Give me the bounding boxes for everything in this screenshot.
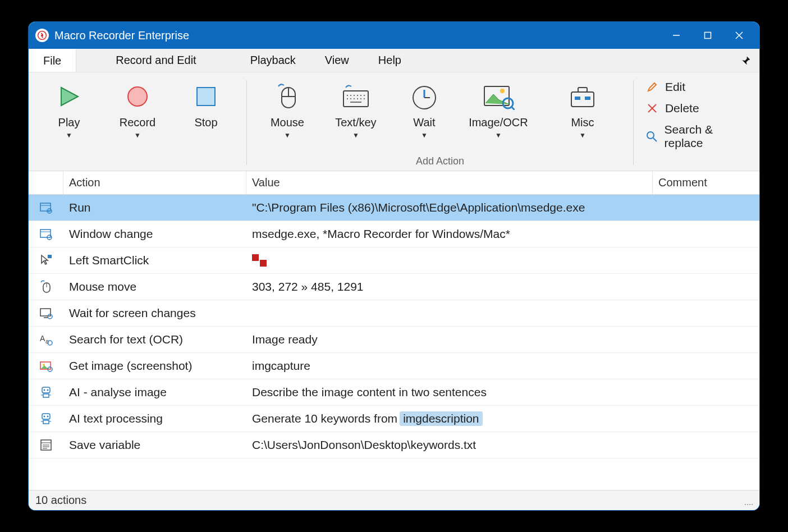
pin-icon[interactable] — [732, 55, 759, 66]
table-row[interactable]: Save variableC:\Users\JonDonson\Desktop\… — [29, 432, 759, 458]
target-thumbnail-icon — [252, 254, 267, 267]
row-value: C:\Users\JonDonson\Desktop\keywords.txt — [246, 438, 653, 452]
table-row[interactable]: Window changemsedge.exe, *Macro Recorder… — [29, 221, 759, 247]
row-action: AI - analyse image — [63, 386, 246, 399]
menu-file[interactable]: File — [29, 49, 76, 72]
search-icon — [646, 130, 658, 143]
row-value: "C:\Program Files (x86)\Microsoft\Edge\A… — [246, 201, 653, 214]
minimize-button[interactable] — [661, 24, 692, 47]
app-icon — [35, 29, 49, 42]
menu-help[interactable]: Help — [364, 49, 416, 72]
table-row[interactable]: AI text processingGenerate 10 keywords f… — [29, 406, 759, 432]
ribbon: Play ▼ Record ▼ Stop Mou — [29, 72, 759, 171]
row-icon — [29, 385, 63, 400]
row-value — [246, 254, 653, 267]
menu-record-edit[interactable]: Record and Edit — [76, 49, 235, 72]
imageocr-button[interactable]: Image/OCR ▼ — [464, 79, 533, 139]
row-action: Window change — [63, 227, 246, 241]
svg-rect-40 — [40, 203, 51, 211]
textkey-button[interactable]: Text/key ▼ — [327, 79, 385, 139]
svg-rect-47 — [48, 255, 52, 258]
row-action: Search for text (OCR) — [63, 333, 246, 346]
svg-rect-67 — [42, 414, 50, 419]
row-action: Save variable — [63, 438, 246, 452]
row-icon — [29, 411, 63, 426]
svg-rect-7 — [197, 88, 215, 106]
table-row[interactable]: AI - analyse imageDescribe the image con… — [29, 379, 759, 406]
svg-rect-49 — [260, 260, 267, 267]
row-action: Wait for screen changes — [63, 306, 246, 320]
row-action: AI text processing — [63, 412, 246, 425]
row-icon — [29, 200, 63, 215]
close-button[interactable] — [723, 24, 755, 47]
table-header: Action Value Comment — [29, 171, 759, 195]
svg-point-68 — [44, 416, 45, 418]
svg-point-63 — [47, 389, 49, 391]
play-button[interactable]: Play ▼ — [40, 79, 98, 139]
col-value[interactable]: Value — [246, 171, 653, 194]
mouse-button[interactable]: Mouse ▼ — [258, 79, 317, 139]
edit-group: Edit Delete Search & replace — [638, 76, 755, 169]
svg-point-38 — [647, 132, 654, 139]
svg-rect-48 — [252, 254, 259, 261]
record-button[interactable]: Record ▼ — [108, 79, 167, 139]
table-row[interactable]: Wait for screen changes — [29, 300, 759, 327]
pencil-icon — [646, 81, 658, 93]
col-comment[interactable]: Comment — [653, 171, 759, 194]
svg-rect-2 — [705, 33, 711, 39]
title-bar: Macro Recorder Enterprise — [29, 22, 759, 49]
wait-button[interactable]: Wait ▼ — [395, 79, 453, 139]
col-icon[interactable] — [29, 171, 63, 194]
svg-marker-5 — [61, 88, 78, 106]
row-value: Describe the image content in two senten… — [246, 386, 653, 399]
maximize-button[interactable] — [692, 24, 723, 47]
row-action: Left SmartClick — [63, 254, 246, 267]
table-row[interactable]: Left SmartClick — [29, 247, 759, 274]
svg-point-62 — [44, 389, 45, 391]
svg-point-69 — [47, 416, 49, 418]
col-action[interactable]: Action — [63, 171, 246, 194]
row-icon: Aa — [29, 332, 63, 347]
resize-grip-icon[interactable]: ⣀⣀ — [744, 496, 753, 505]
svg-rect-35 — [585, 97, 590, 100]
stop-button[interactable]: Stop — [177, 79, 235, 139]
table-row[interactable]: AaSearch for text (OCR)Image ready — [29, 327, 759, 353]
status-text: 10 actions — [35, 494, 86, 507]
svg-point-6 — [128, 87, 147, 106]
edit-button[interactable]: Edit — [646, 80, 749, 94]
row-value: msedge.exe, *Macro Recorder for Windows/… — [246, 227, 653, 241]
delete-button[interactable]: Delete — [646, 102, 749, 115]
table-row[interactable]: Get image (screenshot)imgcapture — [29, 353, 759, 379]
app-window: Macro Recorder Enterprise File Record an… — [29, 22, 759, 510]
svg-line-39 — [653, 138, 657, 141]
svg-rect-33 — [578, 88, 587, 92]
misc-button[interactable]: Misc ▼ — [543, 79, 622, 139]
table-row[interactable]: Run"C:\Program Files (x86)\Microsoft\Edg… — [29, 195, 759, 221]
svg-rect-70 — [43, 420, 49, 424]
svg-rect-64 — [43, 394, 49, 397]
row-icon — [29, 227, 63, 241]
add-action-label: Add Action — [416, 155, 464, 169]
menu-playback[interactable]: Playback — [236, 49, 310, 72]
menu-view[interactable]: View — [310, 49, 364, 72]
status-bar: 10 actions ⣀⣀ — [29, 490, 759, 510]
playback-group: Play ▼ Record ▼ Stop — [33, 76, 242, 169]
row-value: 303, 272 » 485, 1291 — [246, 280, 653, 293]
row-icon — [29, 359, 63, 373]
menu-bar: File Record and Edit Playback View Help — [29, 49, 759, 72]
row-value: imgcapture — [246, 359, 653, 373]
search-replace-button[interactable]: Search & replace — [646, 123, 749, 150]
row-icon — [29, 279, 63, 294]
variable-chip: imgdescription — [400, 411, 482, 426]
chevron-down-icon: ▼ — [66, 131, 72, 139]
app-title: Macro Recorder Enterprise — [54, 29, 189, 42]
svg-rect-61 — [42, 387, 50, 393]
row-icon — [29, 438, 63, 452]
chevron-down-icon: ▼ — [134, 131, 141, 139]
table-row[interactable]: Mouse move303, 272 » 485, 1291 — [29, 274, 759, 300]
row-value: Image ready — [246, 333, 653, 346]
svg-rect-34 — [575, 97, 580, 100]
add-action-group: Mouse ▼ Text/key ▼ Wait ▼ Image/OCR ▼ — [251, 76, 629, 169]
x-icon — [646, 102, 658, 114]
row-icon — [29, 253, 63, 268]
